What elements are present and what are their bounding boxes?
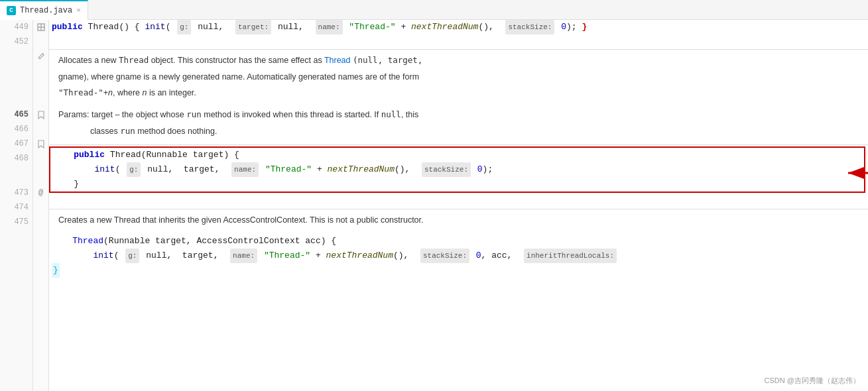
param-name-466: name: xyxy=(231,162,259,177)
code-line-466: init ( g: null, target, name: "Thread-" … xyxy=(50,162,864,177)
method-nextthreadnum-466: nextThreadNum xyxy=(328,162,395,177)
tab-close-button[interactable]: × xyxy=(76,7,81,15)
param-name-474: name: xyxy=(230,249,257,263)
doc-code-format: "Thread-" xyxy=(58,87,103,97)
doc-params-para2: classes run method does nothing. xyxy=(58,125,859,139)
method-init-474: init xyxy=(93,249,113,263)
doc-code-null: null xyxy=(381,109,401,119)
param-stacksize-449: stackSize: xyxy=(505,20,554,34)
param-inherit-474: inheritThreadLocals: xyxy=(524,249,617,263)
num-0-474: 0 xyxy=(476,249,481,263)
doc-code-params: (null, target, xyxy=(353,55,422,65)
kw-public-465: public xyxy=(74,148,105,162)
line-num-467: 467 xyxy=(0,137,32,151)
icon-gutter: @ xyxy=(33,20,49,391)
type-thread-473: Thread xyxy=(72,234,103,249)
doc-para-creates: Creates a new Thread that inherits the g… xyxy=(58,213,859,227)
tab-filename: Thread.java xyxy=(20,6,72,15)
bookmark2-icon-467[interactable] xyxy=(33,137,48,151)
doc-params-para: Params: target – the object whose run me… xyxy=(58,108,859,122)
doc-para-2: gname), where gname is a newly generated… xyxy=(58,70,859,84)
line-num-468: 468 xyxy=(0,151,32,166)
line-num-doc2 xyxy=(0,78,32,107)
doc-code-thread: Thread xyxy=(119,55,149,65)
doc-block-3: Creates a new Thread that inherits the g… xyxy=(49,209,868,234)
line-num-473: 473 xyxy=(0,186,32,200)
param-g-466: g: xyxy=(127,162,141,177)
closing-brace-475: } xyxy=(52,263,60,278)
param-g-449: g: xyxy=(177,20,191,34)
icon-475 xyxy=(33,215,48,229)
expand-icon-449[interactable] xyxy=(33,20,48,34)
doc-para-1: Allocates a new Thread object. This cons… xyxy=(58,54,859,68)
code-line-452 xyxy=(49,34,868,49)
num-0-466: 0 xyxy=(477,162,483,177)
doc-block-1: Allocates a new Thread object. This cons… xyxy=(49,50,868,107)
param-stacksize-474: stackSize: xyxy=(420,249,469,263)
line-num-465: 465 xyxy=(0,107,32,122)
bookmark-icon-465[interactable] xyxy=(33,107,48,122)
code-line-473: Thread (Runnable target, AccessControlCo… xyxy=(49,234,868,249)
doc-code-run2: run xyxy=(120,126,135,136)
code-line-475: } xyxy=(49,263,868,278)
method-nextthreadnum-449: nextThreadNum xyxy=(411,20,478,34)
thread-java-tab[interactable]: C Thread.java × xyxy=(0,0,88,20)
code-line-468 xyxy=(49,194,868,209)
string-thread-449: "Thread-" xyxy=(349,20,395,34)
param-name-449: name: xyxy=(316,20,343,34)
tab-bar: C Thread.java × xyxy=(0,0,868,20)
code-line-449: public Thread() { init ( g: null, target… xyxy=(49,20,868,34)
doc-para-3: "Thread-"+n, where n is an integer. xyxy=(58,86,859,100)
line-number-gutter: 449 452 465 466 467 468 473 474 475 xyxy=(0,20,33,391)
icon-452 xyxy=(33,34,48,49)
method-init-449: init xyxy=(145,20,165,34)
code-content: public Thread() { init ( g: null, target… xyxy=(49,20,868,391)
line-num-475: 475 xyxy=(0,215,32,229)
string-thread-466: "Thread-" xyxy=(265,162,312,177)
kw-public-449: public xyxy=(52,20,83,34)
editor-area: 449 452 465 466 467 468 473 474 475 @ xyxy=(0,20,868,391)
highlighted-section: public Thread(Runnable target) { init ( … xyxy=(49,145,868,194)
java-file-icon: C xyxy=(7,6,16,15)
param-stacksize-466: stackSize: xyxy=(422,162,471,177)
num-0-449: 0 xyxy=(561,20,566,34)
icon-474 xyxy=(33,200,48,215)
code-line-474: init ( g: null, target, name: "Thread-" … xyxy=(49,249,868,263)
code-line-465: public Thread(Runnable target) { xyxy=(50,148,864,162)
icon-466 xyxy=(33,122,48,137)
line-num-449: 449 xyxy=(0,20,32,34)
method-init-466: init xyxy=(94,162,115,177)
highlight-border-box: public Thread(Runnable target) { init ( … xyxy=(49,146,865,193)
edit-icon[interactable] xyxy=(33,49,48,78)
doc-params-block: Params: target – the object whose run me… xyxy=(49,107,868,144)
param-g-474: g: xyxy=(125,249,139,263)
icon-doc2 xyxy=(33,78,48,107)
string-thread-474: "Thread-" xyxy=(264,249,310,263)
at-icon-473: @ xyxy=(33,186,48,200)
line-num-474: 474 xyxy=(0,200,32,215)
doc-link-thread[interactable]: Thread xyxy=(324,56,351,65)
line-num-doc3 xyxy=(0,166,32,186)
line-num-452: 452 xyxy=(0,34,32,49)
doc-code-run: run xyxy=(186,109,202,119)
watermark: CSDN @吉冈秀隆（赵志伟） xyxy=(765,376,860,386)
param-target-449: target: xyxy=(235,20,271,34)
method-nextthreadnum-474: nextThreadNum xyxy=(326,249,393,263)
icon-doc3 xyxy=(33,166,48,186)
code-line-467: } xyxy=(50,177,864,192)
line-num-466: 466 xyxy=(0,122,32,137)
scroll-indicator: } xyxy=(582,20,587,34)
icon-468 xyxy=(33,151,48,166)
line-num-doc1 xyxy=(0,49,32,78)
